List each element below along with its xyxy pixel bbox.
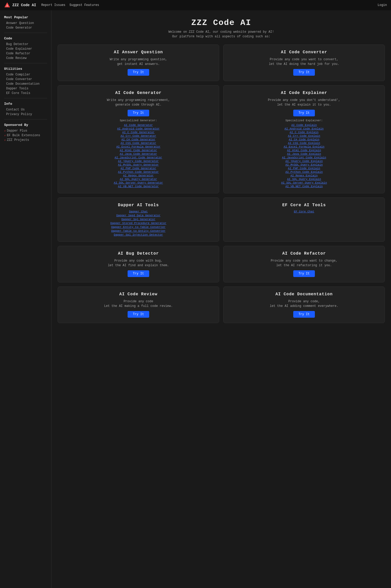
gen-link-17[interactable]: AI VB.NET Code Generator xyxy=(118,185,159,188)
card-dapper-tools-title: Dapper AI Tools xyxy=(118,203,159,207)
sidebar-item-privacy[interactable]: Privacy Policy xyxy=(4,112,47,117)
exp-link-8[interactable]: AI Java Code Explain xyxy=(287,152,321,155)
card-code-explainer-btn[interactable]: Try It xyxy=(293,110,315,116)
sidebar: Most Popular Answer Question Code Genera… xyxy=(0,10,51,588)
gen-link-2[interactable]: AI C Code Generator xyxy=(122,131,154,134)
card-code-refactor-btn[interactable]: Try It xyxy=(293,270,315,277)
gen-link-10[interactable]: AI jQuery Code Generator xyxy=(118,160,159,163)
login-link[interactable]: Login xyxy=(378,3,387,7)
exp-link-0[interactable]: AI Code Explain xyxy=(291,124,317,127)
brand[interactable]: Z ZZZ Code AI xyxy=(4,2,36,8)
sidebar-divider-3 xyxy=(4,98,47,98)
specialized-generator-links: AI Code Generator AI Android Code Genera… xyxy=(62,124,215,188)
card-bug-detector-title: AI Bug Detector xyxy=(118,251,159,256)
sidebar-item-code-compiler[interactable]: Code Compiler xyxy=(4,72,47,77)
dapper-link-6[interactable]: Dapper Sql Injection Detector xyxy=(114,233,163,236)
sponsor-link-zzz-projects[interactable]: ZZZ Projects xyxy=(7,138,29,142)
sidebar-item-ef-core-tools[interactable]: EF Core Tools xyxy=(4,91,47,96)
exp-link-16[interactable]: AI SQL Server Query Explain xyxy=(281,181,327,184)
gen-link-9[interactable]: AI JavaScript Code Generator xyxy=(115,156,162,159)
sidebar-item-answer-question[interactable]: Answer Question xyxy=(4,21,47,25)
exp-link-4[interactable]: AI C# Code Explain xyxy=(289,138,319,141)
card-code-review: AI Code Review Provide any codeLet the A… xyxy=(58,287,219,323)
dapper-link-2[interactable]: Dapper Sql Generator xyxy=(121,218,155,221)
exp-link-17[interactable]: AI VB.NET Code Explain xyxy=(285,185,323,188)
card-code-documentation-desc: Provide any code,let the AI adding comme… xyxy=(270,299,338,308)
sidebar-item-code-refactor[interactable]: Code Refactor xyxy=(4,51,47,56)
gen-link-11[interactable]: AI MySQL Query Generator xyxy=(118,163,159,166)
sidebar-item-code-converter[interactable]: Code Converter xyxy=(4,77,47,82)
exp-link-5[interactable]: AI CSS Code Explain xyxy=(288,142,320,145)
navbar: Z ZZZ Code AI Report Issues Suggest Feat… xyxy=(0,0,391,10)
sponsor-link-dapper-plus[interactable]: Dapper Plus xyxy=(7,129,27,133)
gen-link-12[interactable]: AI PHP Code Generator xyxy=(121,167,156,170)
dapper-link-0[interactable]: Dapper Chat xyxy=(129,210,148,213)
sponsor-zzz-projects[interactable]: ⚡ ZZZ Projects xyxy=(4,138,47,142)
exp-link-10[interactable]: AI jQuery Code Explain xyxy=(285,160,323,163)
sidebar-item-dapper-tools[interactable]: Dapper Tools xyxy=(4,86,47,91)
card-code-converter-title: AI Code Converter xyxy=(281,50,327,55)
gen-link-5[interactable]: AI CSS Code Generator xyxy=(121,142,156,145)
brand-icon: Z xyxy=(4,2,10,8)
gen-link-3[interactable]: AI C++ Code Generator xyxy=(121,134,156,137)
svg-text:Z: Z xyxy=(6,5,8,7)
card-code-explainer-desc: Provide any code you don't understand',l… xyxy=(268,98,340,107)
card-bug-detector-btn[interactable]: Try It xyxy=(128,270,149,277)
sponsor-link-ef-bulk[interactable]: EF Bulk Extensions xyxy=(7,134,40,137)
sidebar-item-code-generator[interactable]: Code Generator xyxy=(4,25,47,30)
dapper-link-5[interactable]: Dapper Table to Entity Converter xyxy=(111,229,165,232)
gen-link-4[interactable]: AI C# Code Generator xyxy=(121,138,155,141)
exp-link-2[interactable]: AI C Code Explain xyxy=(290,131,318,134)
card-code-generator-title: AI Code Generator xyxy=(115,91,162,95)
exp-link-3[interactable]: AI C++ Code Explain xyxy=(288,134,320,137)
sidebar-item-bug-detector[interactable]: Bug Detector xyxy=(4,42,47,47)
gen-link-13[interactable]: AI Python Code Generator xyxy=(118,170,159,174)
exp-link-6[interactable]: AI Excel Formula Explain xyxy=(284,145,324,148)
card-answer-question-btn[interactable]: Try It xyxy=(128,69,149,76)
card-code-generator-btn[interactable]: Try It xyxy=(128,110,149,116)
sidebar-item-code-explainer[interactable]: Code Explainer xyxy=(4,47,47,51)
card-code-documentation: AI Code Documentation Provide any code,l… xyxy=(223,287,385,323)
exp-link-14[interactable]: AI Regex Explain xyxy=(290,174,318,177)
sidebar-item-code-review[interactable]: Code Review xyxy=(4,56,47,60)
brand-name: ZZZ Code AI xyxy=(12,3,36,7)
dapper-link-1[interactable]: Dapper Seed Data Generator xyxy=(116,214,161,217)
sidebar-item-code-documentation[interactable]: Code Documentation xyxy=(4,82,47,86)
gen-link-0[interactable]: AI Code Generator xyxy=(124,124,153,127)
exp-link-11[interactable]: AI MySQL Query Explain xyxy=(285,163,323,166)
exp-link-15[interactable]: AI SQL Query Explain xyxy=(287,178,321,181)
sidebar-divider-4 xyxy=(4,119,47,119)
exp-link-1[interactable]: AI Android Code Explain xyxy=(285,127,324,130)
exp-link-12[interactable]: AI PHP Code Explain xyxy=(288,167,320,170)
sponsor-dapper-plus[interactable]: ⚡ Dapper Plus xyxy=(4,128,47,133)
card-code-documentation-btn[interactable]: Try It xyxy=(293,311,315,318)
gen-link-7[interactable]: AI Html Code Generator xyxy=(120,149,157,152)
exp-link-9[interactable]: AI JavaScript Code Explain xyxy=(282,156,326,159)
card-code-converter-desc: Provide any code you want to convert,let… xyxy=(269,57,339,66)
gen-link-8[interactable]: AI Java Code Generator xyxy=(120,152,157,155)
suggest-features-link[interactable]: Suggest Features xyxy=(69,3,99,7)
report-issues-link[interactable]: Report Issues xyxy=(41,3,65,7)
card-code-converter: AI Code Converter Provide any code you w… xyxy=(223,45,385,81)
ef-link-0[interactable]: EF Core Chat xyxy=(294,210,314,213)
card-code-refactor-desc: Provide any code you want to change,let … xyxy=(271,258,337,268)
card-answer-question: AI Answer Question Write any programming… xyxy=(58,45,219,81)
card-dapper-tools: Dapper AI Tools Dapper Chat Dapper Seed … xyxy=(58,197,219,242)
exp-link-7[interactable]: AI Html Code Explain xyxy=(287,149,321,152)
sidebar-item-contact[interactable]: Contact Us xyxy=(4,107,47,112)
gen-link-14[interactable]: AI Regex Generator xyxy=(123,174,154,177)
gen-link-16[interactable]: AI SQL Server Query Generator xyxy=(114,181,163,184)
card-code-documentation-title: AI Code Documentation xyxy=(276,292,333,297)
exp-link-13[interactable]: AI Python Code Explain xyxy=(285,170,323,174)
gen-link-1[interactable]: AI Android Code Generator xyxy=(117,127,159,130)
card-code-review-btn[interactable]: Try It xyxy=(128,311,149,318)
gen-link-15[interactable]: AI SQL Query Generator xyxy=(120,178,157,181)
site-desc: Our platform help with all aspects of co… xyxy=(58,35,385,38)
card-code-converter-btn[interactable]: Try It xyxy=(293,69,315,76)
gen-link-6[interactable]: AI Excel Formula Generator xyxy=(116,145,161,148)
dapper-link-4[interactable]: Dapper Entity to Table Converter xyxy=(111,226,165,229)
sidebar-most-popular-title: Most Popular xyxy=(4,15,47,19)
dapper-links: Dapper Chat Dapper Seed Data Generator D… xyxy=(62,210,215,236)
sponsor-ef-bulk[interactable]: ⚡ EF Bulk Extensions xyxy=(4,133,47,138)
dapper-link-3[interactable]: Dapper Stored Procedure Generator xyxy=(110,222,166,225)
